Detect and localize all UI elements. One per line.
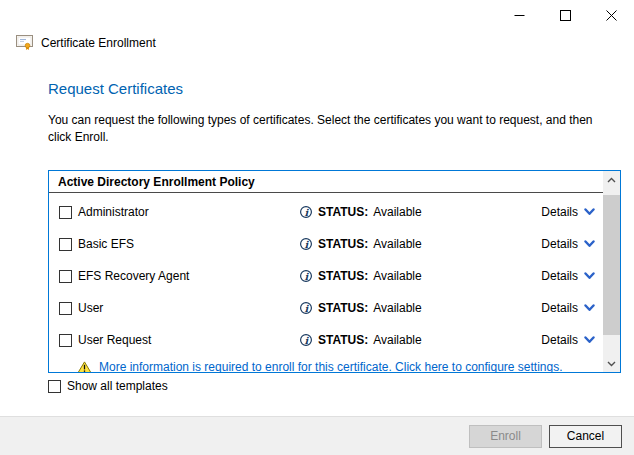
status-value: Available	[373, 237, 421, 251]
status-label: STATUS:	[318, 333, 368, 347]
template-name-cell: User Request	[59, 333, 299, 347]
template-name[interactable]: Basic EFS	[78, 237, 134, 251]
certificate-enrollment-window: Certificate Enrollment Request Certifica…	[0, 0, 634, 455]
template-row: Basic EFS i STATUS: Available Details	[49, 228, 603, 260]
template-list-body: Administrator i STATUS: Available Detail…	[49, 193, 603, 372]
chevron-down-icon	[584, 208, 595, 216]
show-all-templates-checkbox[interactable]: Show all templates	[48, 379, 168, 393]
status-label: STATUS:	[318, 301, 368, 315]
template-row: EFS Recovery Agent i STATUS: Available D…	[49, 260, 603, 292]
status-value: Available	[373, 269, 421, 283]
scroll-down-icon	[607, 361, 616, 367]
app-header: Certificate Enrollment	[16, 34, 156, 51]
details-label: Details	[541, 205, 578, 219]
template-checkbox[interactable]	[59, 302, 72, 315]
template-name[interactable]: Administrator	[78, 205, 149, 219]
template-checkbox[interactable]	[59, 206, 72, 219]
chevron-down-icon	[584, 272, 595, 280]
policy-group-header: Active Directory Enrollment Policy	[49, 171, 603, 193]
info-icon: i	[299, 205, 313, 219]
scroll-down-button[interactable]	[603, 355, 620, 372]
status-label: STATUS:	[318, 205, 368, 219]
template-name-cell: Administrator	[59, 205, 299, 219]
details-label: Details	[541, 237, 578, 251]
template-status-cell: i STATUS: Available	[299, 269, 422, 283]
warning-icon	[77, 361, 92, 373]
template-checkbox[interactable]	[59, 334, 72, 347]
details-label: Details	[541, 333, 578, 347]
info-icon: i	[299, 301, 313, 315]
status-label: STATUS:	[318, 237, 368, 251]
page-title: Request Certificates	[48, 80, 183, 97]
title-bar	[0, 0, 634, 30]
details-toggle[interactable]: Details	[541, 301, 595, 315]
status-value: Available	[373, 333, 421, 347]
template-name[interactable]: User	[78, 301, 103, 315]
footer-bar: Enroll Cancel	[0, 416, 634, 455]
template-name-cell: User	[59, 301, 299, 315]
close-icon	[606, 10, 617, 21]
scrollbar-thumb[interactable]	[603, 195, 620, 335]
details-toggle[interactable]: Details	[541, 269, 595, 283]
info-icon: i	[299, 237, 313, 251]
scroll-up-button[interactable]	[603, 171, 620, 188]
template-listbox: Active Directory Enrollment Policy Admin…	[48, 170, 621, 373]
template-row: Administrator i STATUS: Available Detail…	[49, 196, 603, 228]
info-icon: i	[299, 333, 313, 347]
template-name[interactable]: EFS Recovery Agent	[78, 269, 189, 283]
template-row: User i STATUS: Available Details	[49, 292, 603, 324]
cancel-button[interactable]: Cancel	[549, 425, 622, 448]
show-all-label: Show all templates	[67, 379, 168, 393]
maximize-button[interactable]	[542, 0, 588, 30]
template-status-cell: i STATUS: Available	[299, 333, 422, 347]
details-label: Details	[541, 269, 578, 283]
status-value: Available	[373, 301, 421, 315]
certificate-icon	[16, 34, 34, 51]
template-checkbox[interactable]	[59, 270, 72, 283]
details-toggle[interactable]: Details	[541, 205, 595, 219]
template-status-cell: i STATUS: Available	[299, 237, 422, 251]
template-row: User Request i STATUS: Available Details	[49, 324, 603, 356]
scroll-up-icon	[607, 177, 616, 183]
details-toggle[interactable]: Details	[541, 237, 595, 251]
vertical-scrollbar[interactable]	[603, 171, 620, 372]
status-value: Available	[373, 205, 421, 219]
details-label: Details	[541, 301, 578, 315]
chevron-down-icon	[584, 336, 595, 344]
template-status-cell: i STATUS: Available	[299, 301, 422, 315]
warning-text: More information is required to enroll f…	[99, 360, 563, 372]
status-label: STATUS:	[318, 269, 368, 283]
template-name[interactable]: User Request	[78, 333, 151, 347]
maximize-icon	[560, 10, 571, 21]
app-name: Certificate Enrollment	[41, 36, 156, 50]
minimize-icon	[514, 10, 525, 21]
close-button[interactable]	[588, 0, 634, 30]
template-status-cell: i STATUS: Available	[299, 205, 422, 219]
chevron-down-icon	[584, 304, 595, 312]
template-name-cell: Basic EFS	[59, 237, 299, 251]
template-checkbox[interactable]	[59, 238, 72, 251]
caption-buttons	[496, 0, 634, 30]
template-warning-row[interactable]: More information is required to enroll f…	[49, 356, 603, 372]
enroll-button[interactable]: Enroll	[469, 425, 542, 448]
minimize-button[interactable]	[496, 0, 542, 30]
show-all-checkbox-box[interactable]	[48, 380, 61, 393]
chevron-down-icon	[584, 240, 595, 248]
page-instructions: You can request the following types of c…	[48, 112, 610, 146]
details-toggle[interactable]: Details	[541, 333, 595, 347]
template-name-cell: EFS Recovery Agent	[59, 269, 299, 283]
info-icon: i	[299, 269, 313, 283]
